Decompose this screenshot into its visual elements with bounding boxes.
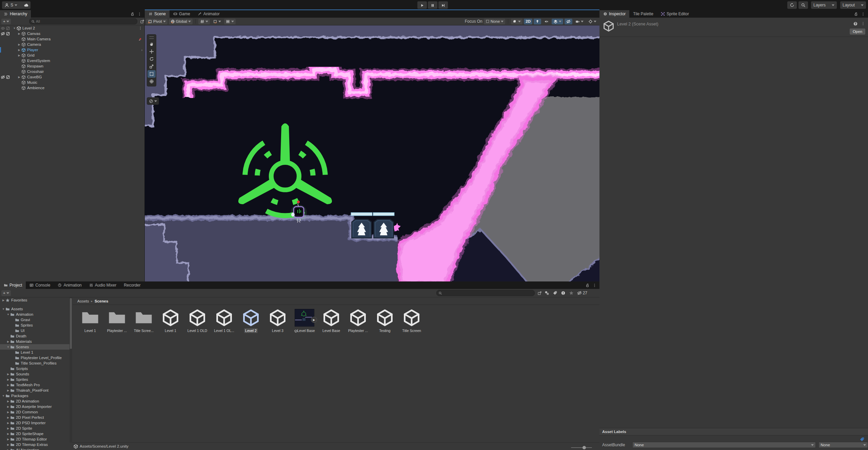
- tree-item-title-screen_profiles[interactable]: Title Screen_Profiles: [0, 360, 70, 366]
- step-button[interactable]: [438, 1, 448, 9]
- create-asset-button[interactable]: +: [1, 290, 11, 296]
- asset-testing[interactable]: Testing: [372, 307, 398, 333]
- asset-level-base[interactable]: ▶Level Base: [292, 307, 317, 333]
- transform-tool[interactable]: [147, 78, 156, 85]
- editor-tool-dropdown[interactable]: [147, 97, 159, 105]
- asset-labels-header[interactable]: Asset Labels: [599, 428, 868, 435]
- hierarchy-item-player[interactable]: ▶Player›: [0, 47, 144, 53]
- search-button[interactable]: [798, 1, 808, 9]
- breadcrumb-scenes[interactable]: Scenes: [95, 299, 108, 303]
- snap-increment-dropdown[interactable]: [224, 19, 236, 24]
- asset-level-2[interactable]: Level 2: [238, 307, 264, 333]
- hierarchy-item-canvas[interactable]: ▶Canvas: [0, 31, 144, 36]
- undo-history-button[interactable]: [787, 1, 797, 9]
- tree-item-ai-navigation[interactable]: ▶AI Navigation: [0, 447, 70, 450]
- tree-item-packages[interactable]: ▼Packages: [0, 393, 70, 398]
- tree-item-assets[interactable]: ▼Assets: [0, 306, 70, 312]
- prefab-open-chevron[interactable]: ›: [141, 47, 142, 53]
- hierarchy-search-input[interactable]: [36, 19, 135, 23]
- view-hand-tool[interactable]: [147, 40, 156, 48]
- focus-target-dropdown[interactable]: None: [484, 19, 506, 24]
- tab-hierarchy[interactable]: Hierarchy: [0, 10, 31, 18]
- tab-recorder[interactable]: Recorder: [120, 281, 144, 289]
- asset-playtester-[interactable]: Playtester ...: [345, 307, 371, 333]
- tree-item-2d-sprite[interactable]: ▶2D Sprite: [0, 426, 70, 431]
- tab-console[interactable]: Console: [26, 281, 54, 289]
- kebab-menu-icon[interactable]: [861, 21, 865, 26]
- disclosure-arrow[interactable]: ▶: [17, 76, 21, 79]
- play-button[interactable]: [417, 1, 427, 9]
- tree-item-gravi[interactable]: Gravi: [0, 317, 70, 322]
- tree-item-sprites[interactable]: ▶Sprites: [0, 377, 70, 382]
- gizmos-dropdown[interactable]: [587, 19, 598, 24]
- hierarchy-search[interactable]: [29, 18, 137, 24]
- tree-item-scenes[interactable]: ▼Scenes: [0, 344, 70, 350]
- import-alert-icon[interactable]: [561, 291, 566, 296]
- tree-item-ui[interactable]: UI: [0, 328, 70, 333]
- hierarchy-item-crosshair[interactable]: Crosshair: [0, 69, 144, 74]
- tab-inspector[interactable]: Inspector: [599, 10, 629, 18]
- grid-visibility-dropdown[interactable]: [198, 19, 210, 24]
- favorites-star-icon[interactable]: [569, 291, 574, 296]
- tree-item-2d-tilemap-extras[interactable]: ▶2D Tilemap Extras: [0, 442, 70, 447]
- tree-item-2d-pixel-perfect[interactable]: ▶2D Pixel Perfect: [0, 415, 70, 420]
- pivot-dropdown[interactable]: Pivot: [146, 19, 167, 24]
- open-external-icon[interactable]: [537, 291, 542, 295]
- hierarchy-item-ambience[interactable]: Ambience: [0, 85, 144, 91]
- project-search[interactable]: [436, 290, 535, 296]
- tree-item-2d-spriteshape[interactable]: ▶2D SpriteShape: [0, 431, 70, 436]
- tree-item-scripts[interactable]: Scripts: [0, 366, 70, 371]
- tree-item-level-1[interactable]: Level 1: [0, 350, 70, 355]
- asset-level-1[interactable]: Level 1: [77, 307, 103, 333]
- tab-sprite-editor[interactable]: Sprite Editor: [657, 10, 693, 18]
- tree-item-thaleah_pixelfont[interactable]: ▶Thaleah_PixelFont: [0, 388, 70, 393]
- layers-dropdown[interactable]: Layers: [811, 1, 837, 9]
- move-tool[interactable]: [147, 48, 156, 55]
- account-button[interactable]: S: [2, 1, 23, 9]
- hierarchy-item-eventsystem[interactable]: EventSystem: [0, 58, 144, 63]
- search-by-type-icon[interactable]: [545, 291, 549, 296]
- disclosure-arrow[interactable]: ▶: [17, 32, 21, 35]
- tree-scrollbar[interactable]: [70, 297, 72, 443]
- tree-item-2d-tilemap-editor[interactable]: ▶2D Tilemap Editor: [0, 436, 70, 442]
- tab-animator[interactable]: Animator: [194, 10, 223, 18]
- hierarchy-item-music[interactable]: Music: [0, 80, 144, 85]
- asset-level-1-old[interactable]: Level 1 OLD: [184, 307, 210, 333]
- kebab-menu-icon[interactable]: [137, 12, 142, 16]
- global-dropdown[interactable]: Global: [169, 19, 193, 24]
- assetbundle-dropdown[interactable]: None: [632, 442, 816, 448]
- layout-dropdown[interactable]: Layout: [840, 1, 866, 9]
- tab-tile-palette[interactable]: Tile Palette: [629, 10, 657, 18]
- asset-level-1-ol-[interactable]: Level 1 OL...: [211, 307, 237, 333]
- tree-item-death[interactable]: Death: [0, 333, 70, 339]
- tree-item-sounds[interactable]: ▶Sounds: [0, 371, 70, 377]
- asset-playtester-[interactable]: Playtester ...: [104, 307, 130, 333]
- disclosure-arrow[interactable]: ▶: [17, 48, 21, 52]
- pause-button[interactable]: [428, 1, 437, 9]
- camera-settings-dropdown[interactable]: [574, 19, 585, 24]
- tab-scene[interactable]: Scene: [145, 10, 170, 18]
- rect-tool[interactable]: [147, 70, 156, 78]
- tree-item-sprites[interactable]: Sprites: [0, 322, 70, 328]
- draw-mode-dropdown[interactable]: [511, 19, 522, 24]
- breadcrumb-assets[interactable]: Assets: [77, 299, 89, 303]
- audio-toggle[interactable]: [542, 19, 550, 24]
- tree-item-2d-psd-importer[interactable]: ▶2D PSD Importer: [0, 420, 70, 426]
- asset-level-base[interactable]: Level Base: [318, 307, 344, 333]
- asset-title-scree-[interactable]: Title Scree...: [131, 307, 157, 333]
- lighting-toggle[interactable]: [534, 19, 541, 24]
- drag-handle[interactable]: [149, 36, 154, 37]
- tree-item-textmesh-pro[interactable]: ▶TextMesh Pro: [0, 382, 70, 388]
- tree-item-playtester-level_profile[interactable]: Playtester Level_Profile: [0, 355, 70, 360]
- add-label-icon[interactable]: [860, 437, 865, 442]
- project-search-input[interactable]: [443, 291, 533, 295]
- asset-title-screen[interactable]: Title Screen: [399, 307, 425, 333]
- asset-level-3[interactable]: Level 3: [265, 307, 291, 333]
- scale-tool[interactable]: [147, 63, 156, 70]
- tab-animation[interactable]: Animation: [54, 281, 85, 289]
- tab-game[interactable]: Game: [170, 10, 194, 18]
- expand-subassets-button[interactable]: ▶: [311, 317, 317, 323]
- lock-icon[interactable]: [130, 12, 135, 16]
- tab-audio-mixer[interactable]: Audio Mixer: [85, 281, 120, 289]
- assetbundle-variant-dropdown[interactable]: None: [818, 442, 868, 448]
